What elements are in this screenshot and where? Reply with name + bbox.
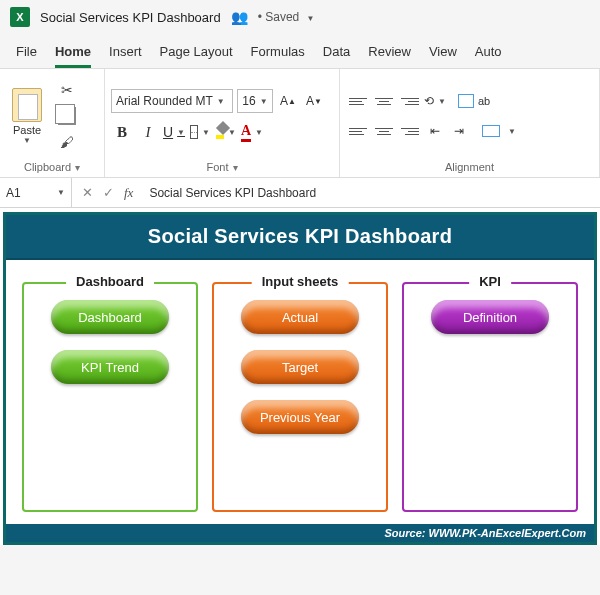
- tab-insert[interactable]: Insert: [109, 44, 142, 68]
- enter-formula-icon[interactable]: ✓: [103, 185, 114, 201]
- ribbon: Paste ▼ Clipboard ▾ Arial Rounded MT▼ 16…: [0, 68, 600, 178]
- tab-home[interactable]: Home: [55, 44, 91, 68]
- paste-label: Paste: [13, 124, 41, 136]
- button-definition[interactable]: Definition: [431, 300, 549, 334]
- align-left-button[interactable]: [346, 120, 370, 142]
- alignment-group-label: Alignment: [445, 161, 494, 173]
- panel-kpi: KPI Definition: [402, 282, 578, 512]
- align-middle-button[interactable]: [372, 90, 396, 112]
- font-name-select[interactable]: Arial Rounded MT▼: [111, 89, 233, 113]
- name-box[interactable]: A1▼: [0, 178, 72, 207]
- font-size-select[interactable]: 16▼: [237, 89, 273, 113]
- chevron-down-icon[interactable]: ▼: [23, 136, 31, 145]
- borders-icon: [190, 125, 198, 139]
- font-color-icon: A: [241, 123, 251, 142]
- fill-color-icon: [216, 125, 224, 139]
- dialog-launcher-icon[interactable]: ▾: [75, 162, 80, 173]
- cell-reference: A1: [6, 186, 21, 200]
- button-actual[interactable]: Actual: [241, 300, 359, 334]
- orientation-button[interactable]: ⟲▼: [424, 90, 446, 112]
- borders-button[interactable]: ▼: [189, 121, 211, 143]
- font-size-value: 16: [242, 94, 255, 108]
- font-group-label: Font: [206, 161, 228, 173]
- merge-icon: [482, 125, 500, 137]
- formula-input[interactable]: Social Services KPI Dashboard: [143, 186, 322, 200]
- panel-input-sheets: Input sheets Actual Target Previous Year: [212, 282, 388, 512]
- paste-button[interactable]: Paste ▼: [6, 88, 48, 145]
- group-font: Arial Rounded MT▼ 16▼ A▲ A▼ B I U ▼ ▼ ▼ …: [105, 69, 340, 177]
- cut-button[interactable]: [56, 80, 78, 100]
- paste-icon: [12, 88, 42, 122]
- underline-button[interactable]: U ▼: [163, 121, 185, 143]
- worksheet-area[interactable]: Social Services KPI Dashboard Dashboard …: [0, 208, 600, 545]
- chevron-down-icon: ▼: [228, 128, 236, 137]
- format-painter-button[interactable]: [56, 132, 78, 152]
- dialog-launcher-icon[interactable]: ▾: [233, 162, 238, 173]
- button-kpi-trend[interactable]: KPI Trend: [51, 350, 169, 384]
- panel-dashboard-title: Dashboard: [66, 274, 154, 289]
- chevron-down-icon: ▼: [307, 14, 315, 23]
- tab-data[interactable]: Data: [323, 44, 350, 68]
- wrap-label: ab: [478, 95, 490, 107]
- wrap-text-button[interactable]: ab: [458, 90, 498, 112]
- save-status[interactable]: • Saved ▼: [258, 10, 315, 24]
- clipboard-group-label: Clipboard: [24, 161, 71, 173]
- panel-dashboard: Dashboard Dashboard KPI Trend: [22, 282, 198, 512]
- group-alignment: ⟲▼ ab ⇤ ⇥ ▼ Alignment: [340, 69, 600, 177]
- align-top-button[interactable]: [346, 90, 370, 112]
- dashboard-canvas: Social Services KPI Dashboard Dashboard …: [3, 212, 597, 545]
- decrease-font-button[interactable]: A▼: [303, 90, 325, 112]
- saved-label: Saved: [265, 10, 299, 24]
- align-center-button[interactable]: [372, 120, 396, 142]
- chevron-down-icon: ▼: [202, 128, 210, 137]
- group-clipboard: Paste ▼ Clipboard ▾: [0, 69, 105, 177]
- chevron-down-icon: ▼: [177, 128, 185, 137]
- font-name-value: Arial Rounded MT: [116, 94, 213, 108]
- copy-button[interactable]: [56, 106, 78, 126]
- italic-button[interactable]: I: [137, 121, 159, 143]
- increase-font-button[interactable]: A▲: [277, 90, 299, 112]
- increase-indent-button[interactable]: ⇥: [448, 120, 470, 142]
- font-color-button[interactable]: A▼: [241, 121, 263, 143]
- fill-color-button[interactable]: ▼: [215, 121, 237, 143]
- tab-automate[interactable]: Auto: [475, 44, 502, 68]
- formula-bar: A1▼ ✕ ✓ fx Social Services KPI Dashboard: [0, 178, 600, 208]
- copy-icon: [58, 107, 76, 125]
- chevron-down-icon: ▼: [57, 188, 65, 197]
- tab-review[interactable]: Review: [368, 44, 411, 68]
- tab-formulas[interactable]: Formulas: [251, 44, 305, 68]
- chevron-down-icon: ▼: [217, 97, 225, 106]
- tab-file[interactable]: File: [16, 44, 37, 68]
- wrap-text-icon: [458, 94, 474, 108]
- chevron-down-icon: ▼: [260, 97, 268, 106]
- chevron-down-icon: ▼: [255, 128, 263, 137]
- tab-view[interactable]: View: [429, 44, 457, 68]
- bold-button[interactable]: B: [111, 121, 133, 143]
- align-right-button[interactable]: [398, 120, 422, 142]
- fx-button[interactable]: fx: [124, 185, 133, 201]
- merge-center-button[interactable]: ▼: [482, 120, 522, 142]
- tab-page-layout[interactable]: Page Layout: [160, 44, 233, 68]
- button-previous-year[interactable]: Previous Year: [241, 400, 359, 434]
- excel-app-icon: X: [10, 7, 30, 27]
- decrease-indent-button[interactable]: ⇤: [424, 120, 446, 142]
- align-bottom-button[interactable]: [398, 90, 422, 112]
- chevron-down-icon: ▼: [508, 127, 516, 136]
- button-dashboard[interactable]: Dashboard: [51, 300, 169, 334]
- panel-input-sheets-title: Input sheets: [252, 274, 349, 289]
- cancel-formula-icon[interactable]: ✕: [82, 185, 93, 201]
- document-title: Social Services KPI Dashboard: [40, 10, 221, 25]
- share-icon[interactable]: 👥: [231, 9, 248, 25]
- title-bar: X Social Services KPI Dashboard 👥 • Save…: [0, 0, 600, 34]
- panel-kpi-title: KPI: [469, 274, 511, 289]
- dashboard-banner: Social Services KPI Dashboard: [6, 215, 594, 260]
- ribbon-tabs: File Home Insert Page Layout Formulas Da…: [0, 34, 600, 68]
- button-target[interactable]: Target: [241, 350, 359, 384]
- source-footer: Source: WWW.PK-AnExcelExpert.Com: [6, 524, 594, 542]
